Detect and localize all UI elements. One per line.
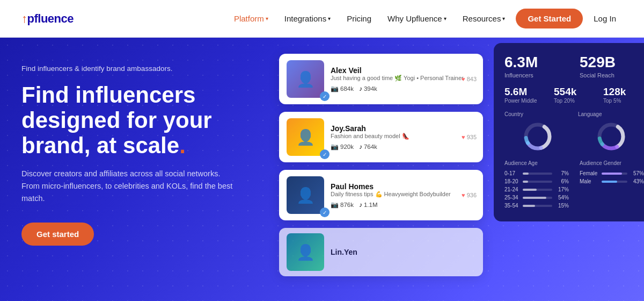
power-middle-stat: 5.6M Power Middle	[504, 86, 545, 104]
audience-age-title: Audience Age	[504, 160, 569, 166]
language-donut-svg	[595, 120, 627, 153]
card-info: Joy.Sarah Fashion and beauty model 👠 📷 9…	[331, 124, 475, 150]
nav-item-platform[interactable]: Platform ▾	[228, 10, 275, 27]
chevron-down-icon: ▾	[444, 16, 447, 22]
instagram-stat: 📷 920k	[331, 143, 354, 150]
instagram-icon: 📷	[331, 201, 339, 209]
hero-description: Discover creators and affiliates across …	[21, 168, 236, 205]
top5-label: Top 5%	[603, 98, 644, 104]
nav-links: Platform ▾ Integrations ▾ Pricing Why Up…	[228, 10, 512, 27]
hero-subtitle: Find influencers & identify brand ambass…	[21, 64, 236, 73]
influencer-card: 👤 ✓ Paul Homes Daily fitness tips 💪 Heav…	[279, 170, 483, 220]
hero-right: 👤 ✓ Alex Veil Just having a good time 🌿 …	[258, 38, 644, 301]
social-reach-stat: 529B Social Reach	[580, 54, 644, 78]
social-reach-label: Social Reach	[580, 72, 644, 78]
tiktok-icon: ♪	[359, 143, 362, 150]
audience-columns: Audience Age 0-17 7% 18-20 6% 21-24	[504, 160, 644, 211]
nav-item-pricing[interactable]: Pricing	[340, 10, 378, 27]
stats-top-row: 6.3M Influencers 529B Social Reach	[504, 54, 644, 78]
gender-column: Audience Gender Female 57% Male 43%	[580, 160, 644, 211]
card-info: Alex Veil Just having a good time 🌿 Yogi…	[331, 66, 475, 92]
age-row-35-54: 35-54 15%	[504, 203, 569, 209]
influencer-bio: Daily fitness tips 💪 Heavyweight Bodybui…	[331, 191, 475, 198]
person-icon: 👤	[287, 233, 324, 271]
heart-icon: ♥	[462, 192, 465, 198]
top5-number: 128k	[603, 86, 644, 98]
influencer-card: 👤 ✓ Joy.Sarah Fashion and beauty model 👠…	[279, 112, 483, 162]
verified-icon: ✓	[320, 149, 330, 159]
top20-number: 554k	[554, 86, 595, 98]
age-row-25-34: 25-34 54%	[504, 195, 569, 200]
card-stats: 📷 920k ♪ 764k	[331, 143, 475, 150]
stats-mid-row: 5.6M Power Middle 554k Top 20% 128k Top …	[504, 86, 644, 104]
audience-gender-title: Audience Gender	[580, 160, 644, 166]
heart-icon: ♥	[462, 134, 465, 140]
nav-item-integrations[interactable]: Integrations ▾	[278, 10, 337, 27]
instagram-icon: 📷	[331, 143, 339, 150]
chevron-down-icon: ▾	[502, 16, 505, 22]
top5-stat: 128k Top 5%	[603, 86, 644, 104]
audience-section: Audience Age 0-17 7% 18-20 6% 21-24	[504, 160, 644, 211]
verified-icon: ✓	[320, 207, 330, 217]
influencer-avatar: 👤	[287, 176, 324, 214]
social-reach-number: 529B	[580, 54, 644, 71]
navbar: ↑pfluence Platform ▾ Integrations ▾ Pric…	[0, 0, 644, 38]
influencer-name: Paul Homes	[331, 182, 475, 191]
login-button[interactable]: Log In	[587, 10, 623, 27]
hero-cta-button[interactable]: Get started	[21, 223, 94, 246]
tiktok-stat: ♪ 1.1M	[359, 201, 378, 209]
influencers-number: 6.3M	[504, 54, 569, 71]
like-count: ♥ 936	[462, 192, 477, 198]
age-column: Audience Age 0-17 7% 18-20 6% 21-24	[504, 160, 569, 211]
instagram-stat: 📷 876k	[331, 201, 354, 209]
like-count: ♥ 843	[462, 76, 477, 82]
power-middle-label: Power Middle	[504, 98, 545, 104]
influencer-card: 👤 ✓ Alex Veil Just having a good time 🌿 …	[279, 54, 483, 104]
language-label: Language	[578, 111, 644, 117]
country-donut-svg	[522, 120, 554, 153]
person-icon: 👤	[287, 60, 324, 98]
hero-left: Find influencers & identify brand ambass…	[0, 38, 258, 301]
influencer-name: Alex Veil	[331, 66, 475, 75]
tiktok-icon: ♪	[359, 85, 362, 92]
influencer-bio: Just having a good time 🌿 Yogi • Persona…	[331, 75, 475, 82]
language-donut	[578, 120, 644, 153]
logo-text: ↑pfluence	[21, 12, 74, 26]
chevron-down-icon: ▾	[266, 16, 268, 22]
country-label: Country	[504, 111, 570, 117]
logo[interactable]: ↑pfluence	[21, 12, 74, 26]
influencers-label: Influencers	[504, 72, 569, 78]
power-middle-number: 5.6M	[504, 86, 545, 98]
influencer-bio: Fashion and beauty model 👠	[331, 133, 475, 140]
age-row-0-17: 0-17 7%	[504, 170, 569, 176]
instagram-icon: 📷	[331, 85, 339, 92]
influencer-avatar: 👤	[287, 233, 324, 271]
country-donut	[504, 120, 570, 153]
instagram-stat: 📷 684k	[331, 85, 354, 92]
influencer-name: Joy.Sarah	[331, 124, 475, 133]
card-info: Lin.Yen	[331, 248, 475, 256]
influencer-avatar: 👤	[287, 118, 324, 156]
card-stats: 📷 876k ♪ 1.1M	[331, 201, 475, 209]
tiktok-icon: ♪	[359, 201, 362, 209]
top20-label: Top 20%	[554, 98, 595, 104]
influencer-name: Lin.Yen	[331, 248, 475, 256]
get-started-button[interactable]: Get Started	[516, 9, 583, 28]
donut-charts-row: Country Language	[504, 111, 644, 153]
country-chart: Country	[504, 111, 570, 153]
gender-row-male: Male 43%	[580, 178, 644, 184]
age-row-21-24: 21-24 17%	[504, 187, 569, 192]
stats-panel: 6.3M Influencers 529B Social Reach 5.6M …	[494, 43, 644, 221]
nav-item-why[interactable]: Why Upfluence ▾	[381, 10, 453, 27]
chevron-down-icon: ▾	[328, 16, 331, 22]
influencer-card-partial: 👤 Lin.Yen	[279, 228, 483, 276]
influencer-avatar: 👤	[287, 60, 324, 98]
person-icon: 👤	[287, 118, 324, 156]
card-stats: 📷 684k ♪ 394k	[331, 85, 475, 92]
nav-item-resources[interactable]: Resources ▾	[456, 10, 512, 27]
tiktok-stat: ♪ 394k	[359, 85, 377, 92]
like-count: ♥ 935	[462, 134, 477, 140]
person-icon: 👤	[287, 176, 324, 214]
heart-icon: ♥	[462, 76, 465, 82]
top20-stat: 554k Top 20%	[554, 86, 595, 104]
